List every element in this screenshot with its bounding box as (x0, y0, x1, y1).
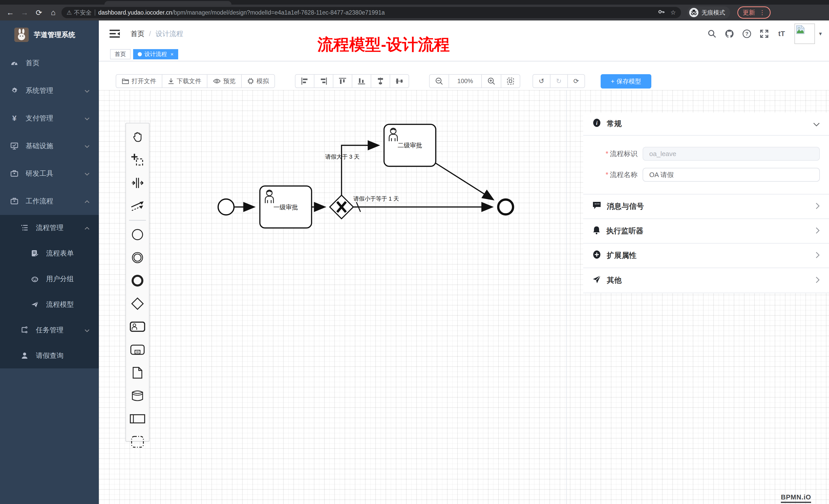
user-menu[interactable]: ▾ (794, 24, 822, 44)
align-vertical-center-button[interactable] (371, 75, 390, 87)
address-bar[interactable]: ⚠ 不安全 dashboard.yudao.iocoder.cn/bpm/man… (62, 7, 681, 18)
flow-label-gt3[interactable]: 请假大于 3 天 (325, 154, 359, 160)
sidebar-collapse-icon[interactable] (109, 28, 120, 39)
security-chip[interactable]: ⚠ 不安全 (67, 9, 92, 16)
global-connect-tool-icon[interactable] (126, 194, 149, 218)
section-extended-attributes[interactable]: 扩展属性 (583, 243, 829, 268)
sidebar-item-workflow[interactable]: 工作流程 (0, 187, 99, 215)
zoom-in-button[interactable] (482, 75, 501, 87)
preview-button[interactable]: 预览 (207, 75, 242, 87)
section-other[interactable]: 其他 (583, 268, 829, 293)
simulate-button[interactable]: 模拟 (242, 75, 275, 87)
chrome-update-button[interactable]: 更新 ⋮ (737, 6, 771, 19)
sidebar-item-devtools[interactable]: 研发工具 (0, 160, 99, 187)
sidebar-item-home[interactable]: 首页 (0, 49, 99, 77)
flow-gateway-to-task2[interactable] (341, 145, 379, 195)
help-icon[interactable]: ? (738, 21, 756, 47)
sidebar: 芋道管理系统 首页 系统管理 ¥ 支付管理 (0, 21, 99, 504)
section-title: 其他 (607, 275, 816, 285)
chevron-right-icon (816, 276, 820, 285)
zoom-out-button[interactable] (430, 75, 449, 87)
url-domain: dashboard.yudao.iocoder.cn (98, 9, 172, 16)
sidebar-item-system[interactable]: 系统管理 (0, 77, 99, 104)
svg-text:i: i (596, 120, 598, 126)
open-file-button[interactable]: 打开文件 (116, 75, 162, 87)
sidebar-item-process-model[interactable]: 流程模型 (0, 292, 99, 317)
chevron-down-icon (84, 326, 89, 334)
chevron-down-icon (84, 87, 89, 95)
user-task-level2[interactable]: 二级审批 (384, 124, 436, 166)
exclusive-gateway[interactable] (330, 195, 353, 219)
user-task-level1[interactable]: 一级审批 (260, 186, 312, 228)
undo-button[interactable]: ↺ (533, 75, 550, 87)
flow-task2-to-end[interactable] (436, 163, 493, 200)
hand-tool-icon[interactable] (126, 125, 149, 148)
browser-active-tab[interactable] (104, 1, 231, 5)
save-model-button[interactable]: + 保存模型 (601, 74, 651, 88)
forward-icon[interactable]: → (19, 6, 31, 19)
create-group-icon[interactable] (126, 430, 149, 453)
font-size-icon[interactable]: tT (773, 21, 790, 47)
search-icon[interactable] (703, 21, 721, 47)
section-general[interactable]: i 常规 (583, 113, 829, 135)
sidebar-item-leave-query[interactable]: 请假查询 (0, 343, 99, 369)
bookmark-star-icon[interactable]: ☆ (670, 9, 676, 16)
create-intermediate-event-icon[interactable] (126, 246, 149, 269)
create-user-task-icon[interactable] (126, 315, 149, 338)
space-tool-icon[interactable] (126, 171, 149, 194)
start-event[interactable] (218, 199, 234, 215)
key-icon[interactable] (658, 8, 665, 17)
avatar (794, 24, 815, 44)
lasso-tool-icon[interactable] (126, 148, 149, 171)
create-gateway-icon[interactable] (126, 292, 149, 315)
sidebar-item-infra[interactable]: 基础设施 (0, 132, 99, 160)
align-top-button[interactable] (333, 75, 352, 87)
flow-label-le1[interactable]: 请假小于等于 1 天 (353, 195, 399, 202)
zoom-reset-button[interactable] (501, 75, 520, 87)
tab-design-process[interactable]: 设计流程 × (133, 49, 178, 60)
align-right-button[interactable] (314, 75, 333, 87)
sidebar-item-label: 支付管理 (26, 114, 53, 123)
sidebar-logo-row[interactable]: 芋道管理系统 (0, 21, 99, 49)
create-participant-icon[interactable] (126, 407, 149, 430)
breadcrumb-current: 设计流程 (156, 29, 183, 38)
process-key-field: *流程标识 (583, 147, 820, 161)
reload-icon[interactable]: ⟳ (33, 6, 45, 19)
align-horizontal-center-button[interactable] (390, 75, 408, 87)
bpmn-io-watermark[interactable]: BPMN.iO (781, 493, 811, 503)
refresh-button[interactable]: ⟳ (568, 75, 585, 87)
incognito-label: 无痕模式 (701, 9, 725, 16)
properties-panel-divider (566, 90, 567, 504)
back-icon[interactable]: ← (4, 6, 16, 19)
chrome-menu-icon[interactable]: ⋮ (759, 9, 765, 16)
sidebar-item-process-form[interactable]: 流程表单 (0, 240, 99, 266)
create-end-event-icon[interactable] (126, 269, 149, 292)
section-message-signal[interactable]: 消息与信号 (583, 194, 829, 219)
create-data-store-icon[interactable] (126, 384, 149, 407)
redo-button[interactable]: ↻ (550, 75, 568, 87)
close-icon[interactable]: × (171, 51, 174, 57)
download-file-button[interactable]: 下载文件 (162, 75, 207, 87)
task1-label: 一级审批 (274, 204, 298, 210)
fullscreen-icon[interactable] (756, 21, 773, 47)
create-subprocess-icon[interactable] (126, 338, 149, 361)
github-icon[interactable] (721, 21, 738, 47)
create-data-object-icon[interactable] (126, 361, 149, 384)
tab-home[interactable]: 首页 (110, 49, 131, 60)
home-icon[interactable]: ⌂ (47, 6, 60, 19)
sidebar-item-user-group[interactable]: 用户分组 (0, 266, 99, 292)
security-label: 不安全 (74, 9, 92, 16)
create-start-event-icon[interactable] (126, 223, 149, 246)
sidebar-item-task-mgmt[interactable]: 任务管理 (0, 317, 99, 343)
align-left-button[interactable] (295, 75, 314, 87)
process-name-input[interactable] (643, 168, 820, 182)
process-key-input[interactable] (643, 147, 820, 161)
end-event[interactable] (498, 200, 513, 215)
sidebar-item-process-mgmt[interactable]: 流程管理 (0, 215, 99, 240)
sidebar-item-label: 系统管理 (26, 86, 53, 95)
tab-label: 首页 (115, 50, 126, 58)
align-bottom-button[interactable] (352, 75, 371, 87)
section-execution-listener[interactable]: 执行监听器 (583, 219, 829, 243)
breadcrumb-home[interactable]: 首页 (131, 29, 144, 38)
sidebar-item-payment[interactable]: ¥ 支付管理 (0, 104, 99, 132)
